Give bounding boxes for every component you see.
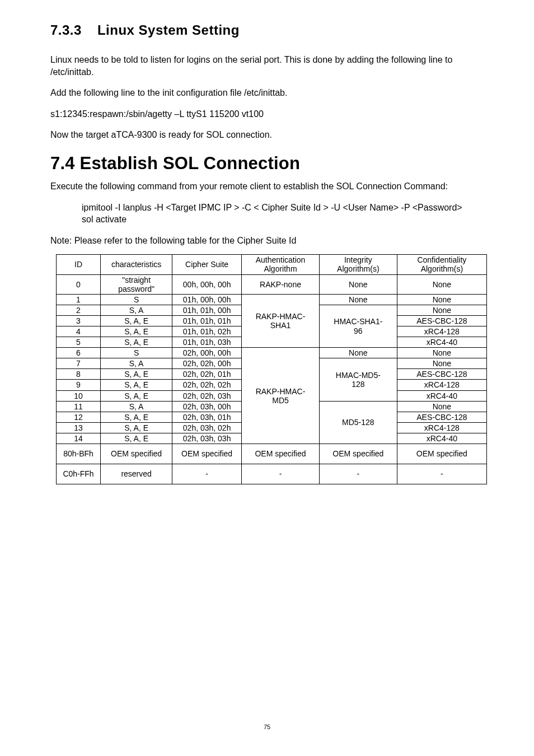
cell-int-merged: HMAC-MD5- 128 (319, 358, 397, 401)
cell-conf: None (397, 401, 486, 412)
cell-char: S, A, E (101, 369, 172, 380)
cell-cs: 02h, 03h, 00h (172, 401, 242, 412)
page-number: 75 (0, 724, 534, 730)
cell-cs: 02h, 03h, 01h (172, 412, 242, 422)
cell-cs: 01h, 01h, 00h (172, 305, 242, 315)
page-container: 7.3.3Linux System Setting Linux needs to… (0, 0, 534, 756)
cell-id: 8 (57, 369, 101, 380)
cell-cs: 00h, 00h, 00h (172, 274, 242, 294)
th-characteristics: characteristics (101, 255, 172, 274)
th-confidentiality: Confidentiality Algorithm(s) (397, 255, 486, 274)
cell-id: 12 (57, 412, 101, 422)
table-header-row: ID characteristics Cipher Suite Authenti… (57, 255, 487, 274)
para-74-1: Execute the following command from your … (50, 180, 484, 193)
heading-733-number: 7.3.3 (50, 22, 82, 38)
para-733-3: Now the target aTCA-9300 is ready for SO… (50, 129, 484, 141)
cell-id: 0 (57, 274, 101, 294)
cell-id: 4 (57, 326, 101, 337)
cell-cs: 01h, 01h, 01h (172, 315, 242, 326)
cell-int: - (319, 464, 397, 484)
cell-conf: xRC4-40 (397, 337, 486, 348)
cell-id: 13 (57, 422, 101, 433)
cell-conf: AES-CBC-128 (397, 369, 486, 380)
cmd-733: s1:12345:respawn:/sbin/agetty –L ttyS1 1… (50, 108, 484, 120)
cell-cs: 02h, 02h, 03h (172, 390, 242, 401)
cell-cs: 01h, 00h, 00h (172, 294, 242, 305)
cell-int-merged: MD5-128 (319, 401, 397, 444)
cell-int: None (319, 294, 397, 305)
cell-id: 9 (57, 380, 101, 390)
cell-char: S, A, E (101, 422, 172, 433)
heading-733: 7.3.3Linux System Setting (50, 22, 484, 38)
cell-id: 3 (57, 315, 101, 326)
cell-conf: None (397, 358, 486, 369)
cell-char: OEM specified (101, 444, 172, 464)
cell-cs: 02h, 03h, 02h (172, 422, 242, 433)
cell-auth: RAKP-none (242, 274, 320, 294)
cell-conf: None (397, 348, 486, 358)
cell-cs: 02h, 02h, 02h (172, 380, 242, 390)
heading-733-title: Linux System Setting (97, 22, 240, 38)
table-row: 6 S 02h, 00h, 00h RAKP-HMAC- MD5 None No… (57, 348, 487, 358)
cell-conf: xRC4-128 (397, 422, 486, 433)
cell-cs: 02h, 02h, 00h (172, 358, 242, 369)
cell-char: S, A, E (101, 390, 172, 401)
cell-conf: OEM specified (397, 444, 486, 464)
cell-id: 14 (57, 433, 101, 444)
cmd-74: ipmitool -I lanplus -H <Target IPMC IP >… (82, 202, 472, 226)
cell-char: S, A (101, 401, 172, 412)
th-integrity: Integrity Algorithm(s) (319, 255, 397, 274)
cell-char: S, A, E (101, 380, 172, 390)
cell-char: S (101, 348, 172, 358)
cell-conf: AES-CBC-128 (397, 315, 486, 326)
note-74: Note: Please refer to the following tabl… (50, 235, 484, 247)
cell-id: 1 (57, 294, 101, 305)
table-row: 0 "straight password" 00h, 00h, 00h RAKP… (57, 274, 487, 294)
heading-74-number: 7.4 (50, 153, 75, 173)
th-auth: Authentication Algorithm (242, 255, 320, 274)
cell-char: S (101, 294, 172, 305)
cell-char: reserved (101, 464, 172, 484)
cell-conf: None (397, 305, 486, 315)
cell-id: 7 (57, 358, 101, 369)
cell-char: S, A, E (101, 412, 172, 422)
cell-int: OEM specified (319, 444, 397, 464)
cell-id: 11 (57, 401, 101, 412)
cell-conf: xRC4-128 (397, 380, 486, 390)
cell-id: 5 (57, 337, 101, 348)
cipher-suite-table: ID characteristics Cipher Suite Authenti… (56, 254, 487, 484)
th-cipher-suite: Cipher Suite (172, 255, 242, 274)
cell-conf: xRC4-128 (397, 326, 486, 337)
cell-conf: - (397, 464, 486, 484)
cell-int-merged: HMAC-SHA1- 96 (319, 305, 397, 347)
cell-conf: xRC4-40 (397, 390, 486, 401)
cell-char: S, A, E (101, 326, 172, 337)
cell-cs: 02h, 03h, 03h (172, 433, 242, 444)
th-id: ID (57, 255, 101, 274)
para-733-1: Linux needs to be told to listen for log… (50, 54, 484, 78)
cell-id: 10 (57, 390, 101, 401)
cell-char: S, A, E (101, 315, 172, 326)
cell-cs: 01h, 01h, 02h (172, 326, 242, 337)
cell-int: None (319, 348, 397, 358)
cell-auth: - (242, 464, 320, 484)
cell-char: S, A, E (101, 337, 172, 348)
cell-auth: OEM specified (242, 444, 320, 464)
cell-conf: xRC4-40 (397, 433, 486, 444)
cell-auth-merged: RAKP-HMAC- SHA1 (242, 294, 320, 347)
cell-id: 6 (57, 348, 101, 358)
cell-cs: 02h, 00h, 00h (172, 348, 242, 358)
para-733-2: Add the following line to the init confi… (50, 87, 484, 99)
heading-74-title: Establish SOL Connection (80, 153, 301, 173)
cell-cs: 02h, 02h, 01h (172, 369, 242, 380)
cell-cs: - (172, 464, 242, 484)
cell-auth-merged: RAKP-HMAC- MD5 (242, 348, 320, 444)
cell-cs: 01h, 01h, 03h (172, 337, 242, 348)
cell-char: "straight password" (101, 274, 172, 294)
cell-char: S, A (101, 358, 172, 369)
cell-conf: None (397, 274, 486, 294)
cell-char: S, A (101, 305, 172, 315)
cell-id: 2 (57, 305, 101, 315)
cell-cs: OEM specified (172, 444, 242, 464)
cell-char: S, A, E (101, 433, 172, 444)
